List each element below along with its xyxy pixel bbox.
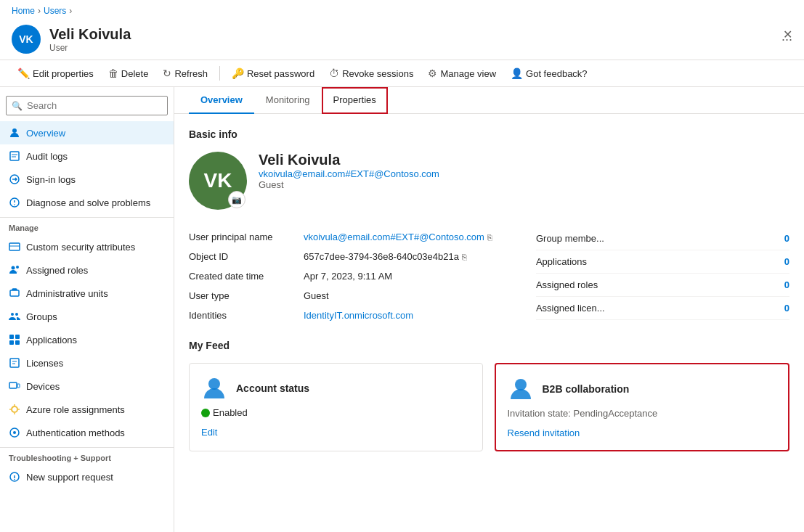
account-status-icon [201,375,227,401]
svg-point-14 [15,313,18,316]
support-icon [9,471,20,483]
svg-point-0 [12,128,17,133]
sidebar-item-assigned-roles[interactable]: Assigned roles [0,258,174,282]
svg-rect-17 [9,340,14,345]
delete-button[interactable]: 🗑 Delete [102,65,155,82]
svg-point-29 [515,379,527,390]
header-role: User [49,43,776,53]
sidebar-item-label-diagnose: Diagnose and solve problems [26,197,150,208]
sidebar-item-custom-security[interactable]: Custom security attributes [0,235,174,258]
prop-label-objectid: Object ID [189,251,298,262]
b2b-card-header: B2B collaboration [508,376,777,402]
svg-rect-1 [10,152,19,160]
properties-left: User principal name vkoivula@email.com#E… [189,227,521,325]
resend-invitation-link[interactable]: Resend invitation [508,427,777,438]
sidebar-search-container: 🔍 « [6,96,168,115]
breadcrumb: Home › Users › [0,0,804,22]
sidebar-item-audit-logs[interactable]: Audit logs [0,144,174,168]
revoke-label: Revoke sessions [342,68,413,79]
stat-value-groups[interactable]: 0 [784,233,789,244]
stat-label-groups: Group membe... [536,233,604,244]
b2b-subtitle: Invitation state: PendingAcceptance [508,408,777,419]
stat-row-apps: Applications 0 [536,250,789,274]
stat-value-roles[interactable]: 0 [784,279,789,290]
my-feed-section: My Feed Account status [189,340,789,451]
manage-view-button[interactable]: ⚙ Manage view [422,65,502,82]
refresh-button[interactable]: ↻ Refresh [157,65,214,82]
edit-label: Edit properties [33,68,94,79]
prop-row-objectid: Object ID 657c7dee-3794-36e8-640c03e4b21… [189,247,492,266]
svg-point-28 [208,378,220,390]
copy-upn-icon[interactable]: ⎘ [487,233,492,242]
reset-label: Reset password [247,68,314,79]
sidebar-item-label-assigned-roles: Assigned roles [26,265,88,276]
prop-label-usertype: User type [189,290,298,301]
search-input[interactable] [6,96,168,115]
user-email: vkoivula@email.com#EXT#@Contoso.com [259,168,439,179]
edit-properties-button[interactable]: ✏️ Edit properties [12,65,100,82]
sidebar-item-label-audit: Audit logs [26,151,68,162]
sidebar-item-support[interactable]: New support request [0,465,174,488]
b2b-title: B2B collaboration [543,383,630,395]
revoke-sessions-button[interactable]: ⏱ Revoke sessions [323,65,419,82]
licenses-icon [9,357,20,369]
prop-row-created: Created date time Apr 7, 2023, 9:11 AM [189,266,492,286]
stat-value-licenses[interactable]: 0 [784,303,789,314]
copy-objectid-icon[interactable]: ⎘ [462,253,467,261]
tab-properties[interactable]: Properties [322,87,388,114]
prop-label-identities: Identities [189,310,298,321]
prop-row-identities: Identities IdentityIT.onmicrosoft.com [189,306,492,325]
sidebar-item-groups[interactable]: Groups [0,305,174,328]
prop-value-identities[interactable]: IdentityIT.onmicrosoft.com [304,310,413,321]
assigned-roles-icon [9,264,20,276]
sidebar-item-auth-methods[interactable]: Authentication methods [0,421,174,444]
tab-overview-label: Overview [200,94,243,105]
stat-value-apps[interactable]: 0 [784,256,789,267]
feedback-button[interactable]: 👤 Got feedback? [505,65,593,82]
svg-rect-15 [9,335,14,339]
close-button[interactable]: ✕ [783,28,792,41]
content-body: Basic info VK 📷 Veli Koivula vkoivula@em… [174,114,804,466]
status-enabled-dot [201,409,210,417]
sidebar-item-licenses[interactable]: Licenses [0,351,174,375]
diagnose-icon [9,197,20,208]
basic-info-section: Basic info VK 📷 Veli Koivula vkoivula@em… [189,128,789,325]
sidebar-item-overview[interactable]: Overview [0,121,174,144]
prop-value-usertype: Guest [304,290,329,301]
user-type: Guest [259,179,439,190]
account-status-status: Enabled [201,407,471,418]
page-title: Veli Koivula [49,26,776,43]
breadcrumb-users[interactable]: Users [44,6,66,16]
account-edit-link[interactable]: Edit [201,427,471,438]
sidebar-item-devices[interactable]: Devices [0,375,174,398]
stat-label-licenses: Assigned licen... [536,303,605,314]
tab-monitoring[interactable]: Monitoring [254,87,322,114]
manage-view-icon: ⚙ [428,67,437,79]
auth-methods-icon [9,427,20,438]
reset-icon: 🔑 [232,67,244,79]
upn-link[interactable]: vkoivula@email.com#EXT#@Contoso.com [304,232,484,242]
tab-overview[interactable]: Overview [189,87,254,114]
svg-rect-22 [9,382,17,388]
svg-point-26 [13,431,16,434]
svg-point-11 [16,266,19,269]
user-profile: VK 📷 Veli Koivula vkoivula@email.com#EXT… [189,152,789,210]
breadcrumb-home[interactable]: Home [12,6,35,16]
reset-password-button[interactable]: 🔑 Reset password [226,65,320,82]
sidebar-item-azure-roles[interactable]: Azure role assignments [0,398,174,421]
sidebar-item-applications[interactable]: Applications [0,328,174,351]
main-layout: 🔍 « Overview Audit logs Sign-in logs Dia… [0,87,804,532]
stat-row-licenses: Assigned licen... 0 [536,297,789,320]
avatar-camera[interactable]: 📷 [228,191,245,208]
prop-value-upn: vkoivula@email.com#EXT#@Contoso.com ⎘ [304,232,492,242]
sidebar-item-label-admin-units: Administrative units [26,288,108,299]
sidebar-item-diagnose[interactable]: Diagnose and solve problems [0,191,174,214]
account-status-value: Enabled [213,407,248,418]
toolbar: ✏️ Edit properties 🗑 Delete ↻ Refresh 🔑 … [0,60,804,87]
sidebar-item-signin-logs[interactable]: Sign-in logs [0,168,174,191]
edit-icon: ✏️ [17,67,30,79]
stat-label-roles: Assigned roles [536,279,598,290]
header-avatar: VK [12,25,41,54]
sidebar-item-admin-units[interactable]: Administrative units [0,282,174,305]
header-initials: VK [19,33,33,45]
